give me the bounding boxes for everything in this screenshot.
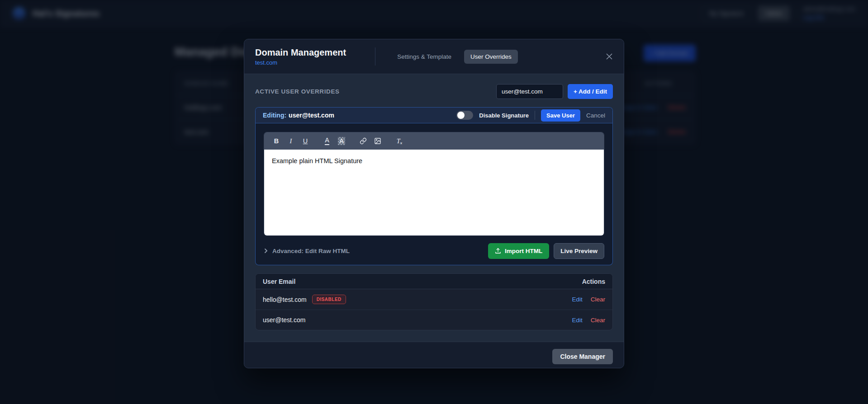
add-edit-button[interactable]: + Add / Edit — [568, 84, 613, 99]
table-row: hello@test.com DISABLED Edit Clear — [256, 289, 612, 310]
table-header-row: User Email Actions — [256, 274, 612, 289]
editor-toolbar: B I U A A Tx — [264, 132, 604, 150]
save-user-button[interactable]: Save User — [541, 109, 580, 122]
modal-title: Domain Management — [255, 47, 346, 58]
edit-link[interactable]: Edit — [572, 296, 582, 303]
bold-icon[interactable]: B — [270, 135, 282, 147]
import-html-button[interactable]: Import HTML — [488, 243, 549, 259]
column-header-user-email: User Email — [263, 278, 295, 285]
toggle-knob — [457, 112, 465, 119]
clear-link[interactable]: Clear — [591, 317, 605, 324]
domain-management-modal: Domain Management test.com Settings & Te… — [244, 39, 624, 368]
close-manager-button[interactable]: Close Manager — [552, 349, 613, 364]
modal-header: Domain Management test.com Settings & Te… — [244, 39, 624, 74]
user-email-cell: user@test.com — [263, 316, 305, 324]
live-preview-button[interactable]: Live Preview — [554, 243, 604, 259]
italic-icon[interactable]: I — [285, 135, 297, 147]
clear-formatting-icon[interactable]: Tx — [394, 135, 405, 147]
user-email-cell: hello@test.com — [263, 296, 307, 303]
panel-divider — [535, 111, 535, 120]
active-overrides-row: ACTIVE USER OVERRIDES + Add / Edit — [255, 84, 613, 99]
advanced-row: Advanced: Edit Raw HTML Import HTML Live… — [264, 243, 604, 259]
signature-edit-panel: Editing:user@test.com Disable Signature … — [255, 107, 613, 265]
advanced-label: Advanced: Edit Raw HTML — [272, 248, 350, 254]
tab-settings-template[interactable]: Settings & Template — [393, 50, 456, 64]
clear-link[interactable]: Clear — [591, 296, 605, 303]
disable-signature-label: Disable Signature — [479, 112, 529, 119]
text-color-icon[interactable]: A — [321, 135, 333, 147]
upload-icon — [495, 248, 501, 254]
signature-editor-content[interactable]: Example plain HTML Signature — [264, 150, 604, 235]
edit-link[interactable]: Edit — [572, 317, 582, 324]
disabled-status-badge: DISABLED — [312, 295, 346, 304]
modal-footer: Close Manager — [244, 342, 624, 368]
edit-panel-header: Editing:user@test.com Disable Signature … — [256, 108, 612, 123]
modal-subtitle-domain: test.com — [255, 59, 346, 66]
chevron-right-icon — [264, 248, 268, 254]
link-icon[interactable] — [357, 135, 369, 147]
modal-body: ACTIVE USER OVERRIDES + Add / Edit Editi… — [244, 74, 624, 342]
editing-label: Editing: — [263, 112, 286, 119]
disable-signature-toggle[interactable] — [456, 111, 473, 120]
image-icon[interactable] — [372, 135, 384, 147]
underline-icon[interactable]: U — [299, 135, 311, 147]
advanced-raw-html-toggle[interactable]: Advanced: Edit Raw HTML — [264, 248, 350, 254]
editing-email: user@test.com — [289, 112, 334, 119]
edit-panel-body: B I U A A Tx — [256, 123, 612, 265]
column-header-actions: Actions — [582, 278, 605, 285]
section-title: ACTIVE USER OVERRIDES — [255, 88, 340, 95]
modal-tabs: Settings & Template User Overrides — [393, 50, 518, 64]
rich-text-editor: B I U A A Tx — [264, 132, 604, 236]
cancel-button[interactable]: Cancel — [586, 112, 605, 119]
override-email-input[interactable] — [496, 84, 563, 99]
table-row: user@test.com Edit Clear — [256, 310, 612, 330]
header-divider — [375, 47, 375, 66]
user-overrides-table: User Email Actions hello@test.com DISABL… — [255, 273, 613, 330]
tab-user-overrides[interactable]: User Overrides — [464, 50, 518, 64]
highlight-color-icon[interactable]: A — [336, 135, 347, 147]
close-icon[interactable] — [606, 53, 613, 60]
